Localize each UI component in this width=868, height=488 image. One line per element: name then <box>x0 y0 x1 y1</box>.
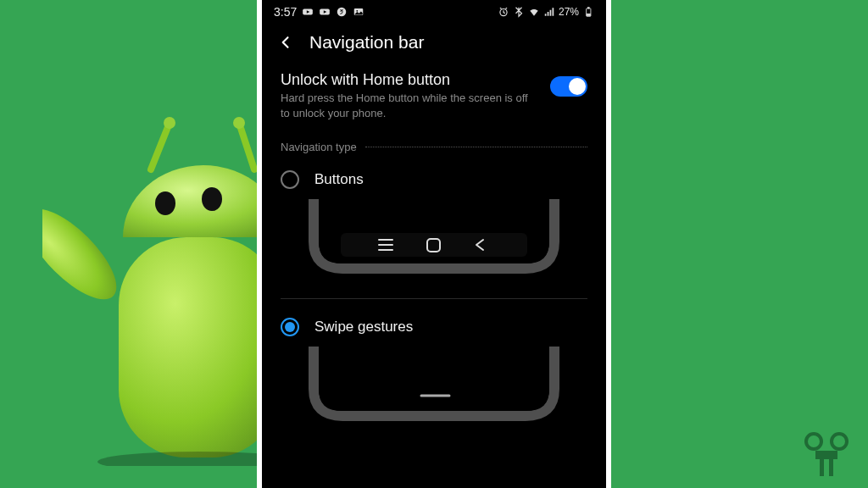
shazam-icon <box>336 6 348 18</box>
navigation-type-section: Navigation type <box>262 129 606 160</box>
battery-percent: 27% <box>559 6 579 18</box>
svg-rect-1 <box>119 237 280 458</box>
svg-point-5 <box>233 117 245 129</box>
status-right: 27% <box>498 6 594 18</box>
header-row: Navigation bar <box>262 20 606 71</box>
svg-point-4 <box>164 117 175 129</box>
svg-point-6 <box>155 191 175 215</box>
svg-rect-27 <box>820 459 824 476</box>
unlock-desc: Hard press the Home button while the scr… <box>281 91 538 120</box>
svg-rect-28 <box>829 459 833 476</box>
option-gestures[interactable]: Swipe gestures <box>262 308 606 341</box>
signal-icon <box>543 6 555 18</box>
svg-rect-18 <box>341 233 527 257</box>
option-divider <box>281 298 587 299</box>
svg-rect-26 <box>815 451 837 459</box>
status-left: 3:57 <box>274 5 364 19</box>
page-title: Navigation bar <box>309 32 424 53</box>
wifi-icon <box>528 6 540 18</box>
radio-gestures-label: Swipe gestures <box>314 319 413 336</box>
battery-icon <box>582 6 594 18</box>
radio-buttons-label: Buttons <box>314 171 364 188</box>
svg-line-2 <box>151 123 170 169</box>
toggle-knob <box>569 78 586 95</box>
unlock-setting[interactable]: Unlock with Home button Hard press the H… <box>262 71 606 129</box>
radio-gestures[interactable] <box>281 318 299 336</box>
corner-logo <box>798 429 858 483</box>
status-time: 3:57 <box>274 5 297 19</box>
phone-frame: 3:57 <box>257 0 611 488</box>
buttons-preview <box>281 199 587 280</box>
svg-point-24 <box>806 434 821 449</box>
radio-buttons[interactable] <box>281 170 299 189</box>
unlock-text: Unlock with Home button Hard press the H… <box>281 71 538 120</box>
phone-screen: 3:57 <box>262 0 606 488</box>
youtube-icon <box>302 6 314 18</box>
svg-rect-16 <box>587 8 589 8</box>
back-icon[interactable] <box>277 34 294 51</box>
gestures-preview <box>281 347 587 427</box>
section-divider <box>365 147 587 147</box>
svg-point-7 <box>202 187 222 211</box>
svg-rect-17 <box>587 14 590 15</box>
bluetooth-icon <box>513 6 525 18</box>
svg-point-8 <box>97 452 280 466</box>
unlock-toggle[interactable] <box>550 76 587 97</box>
gallery-icon <box>353 6 364 18</box>
svg-point-11 <box>337 8 347 17</box>
status-bar: 3:57 <box>262 0 606 20</box>
youtube-icon <box>319 6 331 18</box>
android-mascot <box>42 110 280 466</box>
alarm-icon <box>498 6 509 18</box>
option-buttons[interactable]: Buttons <box>262 160 606 194</box>
svg-point-25 <box>832 434 847 449</box>
svg-point-0 <box>42 196 130 313</box>
section-label: Navigation type <box>281 141 357 153</box>
svg-line-3 <box>239 123 254 169</box>
svg-point-13 <box>357 10 359 12</box>
unlock-title: Unlock with Home button <box>281 71 538 89</box>
